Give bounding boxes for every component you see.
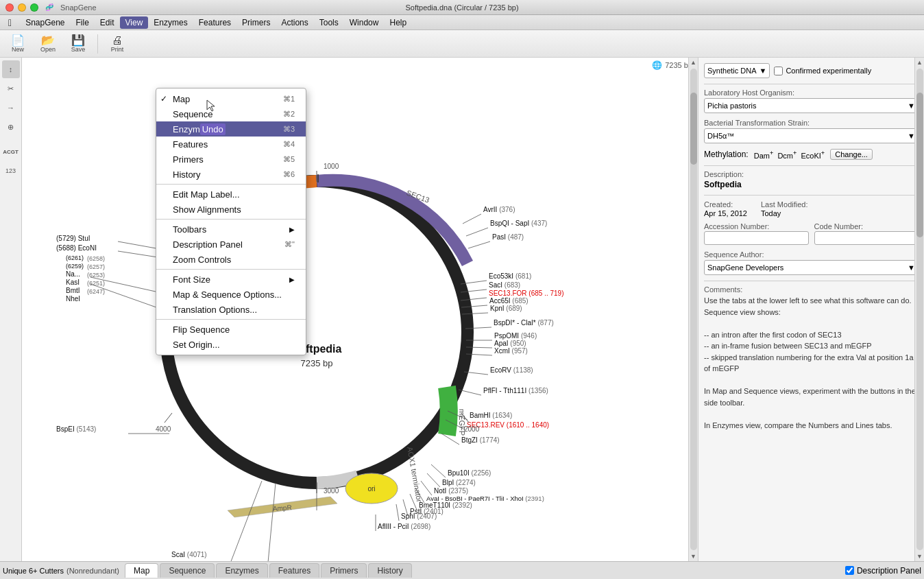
app-logo: 🧬 [45,3,53,11]
svg-line-42 [427,473,440,487]
bacterial-strain-select[interactable]: DH5α™ ▼ [704,128,919,143]
menu-map-seq-options[interactable]: Map & Sequence Options... [156,287,306,302]
menu-features-shortcut: ⌘4 [283,140,295,149]
change-button[interactable]: Change... [830,149,873,160]
confirmed-checkbox[interactable] [774,67,783,75]
svg-line-62 [223,481,262,561]
menu-set-origin[interactable]: Set Origin... [156,337,306,352]
modified-label: Last Modified: [761,200,807,209]
help-menu[interactable]: Help [384,16,412,29]
svg-text:ScaI (4071): ScaI (4071) [171,551,207,558]
enzymes-menu[interactable]: Enzymes [148,16,193,29]
svg-text:AOX1 terminator: AOX1 terminator [406,446,424,503]
tool-sequence[interactable]: ACGT [2,143,20,161]
titlebar: 🧬 SnapGene Softpedia.dna (Circular / 723… [0,0,924,15]
menu-desc-panel-shortcut: ⌘" [284,240,295,249]
description-value: Softpedia [704,180,919,189]
tools-menu[interactable]: Tools [314,16,344,29]
close-button[interactable] [5,3,14,12]
menu-sequence[interactable]: Sequence ⌘2 [156,106,306,121]
tab-features[interactable]: Features [269,563,319,578]
seq-author-select[interactable]: SnapGene Developers ▼ [704,260,919,275]
svg-text:NotI (2375): NotI (2375) [434,487,468,495]
snapgene-menu[interactable]: SnapGene [20,16,70,29]
menu-map[interactable]: ✓ Map ⌘1 [156,91,306,106]
svg-text:(6253): (6253) [87,272,105,279]
confirmed-label: Confirmed experimentally [786,67,871,75]
menu-translation-options[interactable]: Translation Options... [156,302,306,317]
new-button[interactable]: 📄 New [5,32,30,56]
desc-panel-check-row: Description Panel [845,566,921,576]
lab-host-label: Laboratory Host Organism: [704,88,919,97]
features-menu[interactable]: Features [193,16,236,29]
view-menu[interactable]: View [120,16,149,29]
svg-text:(5688) EcoNI: (5688) EcoNI [56,244,97,252]
synthetic-dna-select[interactable]: Synthetic DNA ▼ [704,63,770,78]
save-button[interactable]: 💾 Save [66,32,90,56]
svg-text:1000: 1000 [324,163,339,170]
desc-panel-label: Description Panel [857,566,921,576]
svg-line-10 [468,241,490,248]
right-panel-scrollbar[interactable]: ▲ ▼ [914,58,924,561]
apple-menu[interactable]:  [3,16,17,29]
lab-host-select[interactable]: Pichia pastoris ▼ [704,98,919,113]
minimize-button[interactable] [18,3,26,12]
edit-menu[interactable]: Edit [95,16,120,29]
menu-edit-map-label[interactable]: Edit Map Label... [156,187,306,202]
primers-menu[interactable]: Primers [236,16,276,29]
menu-description-panel[interactable]: Description Panel ⌘" [156,237,306,252]
tab-sequence[interactable]: Sequence [160,563,215,578]
description-row: Description: Softpedia [704,170,919,189]
svg-text:KasI: KasI [66,279,80,286]
svg-text:mEGFP: mEGFP [458,409,466,436]
menu-show-alignments[interactable]: Show Alignments [156,202,306,217]
print-button[interactable]: 🖨 Print [105,32,130,56]
tool-navigate[interactable]: → [2,99,20,117]
actions-menu[interactable]: Actions [276,16,313,29]
menu-flip-sequence[interactable]: Flip Sequence [156,322,306,337]
window-menu[interactable]: Window [344,16,385,29]
svg-text:BamHI (1634): BamHI (1634) [470,412,512,419]
right-scroll-up[interactable]: ▲ [915,58,924,67]
accession-input[interactable] [704,231,809,245]
svg-text:BmtI: BmtI [66,287,80,294]
svg-text:AvrII (376): AvrII (376) [483,206,515,213]
maximize-button[interactable] [30,3,38,12]
menu-history[interactable]: History ⌘6 [156,167,306,182]
accession-col: Accession Number: [704,222,809,245]
code-input[interactable] [814,231,919,245]
open-button[interactable]: 📂 Open [36,32,60,56]
tool-zoom[interactable]: ⊕ [2,118,20,136]
svg-text:(6261): (6261) [66,255,84,261]
tool-arrow[interactable]: ↕ [2,60,20,78]
tab-enzymes[interactable]: Enzymes [216,563,267,578]
menu-zoom-controls[interactable]: Zoom Controls [156,252,306,267]
svg-line-40 [431,464,446,477]
file-menu[interactable]: File [71,16,95,29]
separator-2 [156,219,306,220]
desc-panel-checkbox[interactable] [845,566,854,575]
menu-features[interactable]: Features ⌘4 [156,137,306,152]
right-panel: ▲ ▼ Synthetic DNA ▼ Confirmed experiment… [698,58,924,561]
seq-author-value: SnapGene Developers [707,263,783,272]
menu-enzymes[interactable]: EnzymUndo ⌘3 [156,121,306,137]
tab-history[interactable]: History [368,563,411,578]
methylation-label: Methylation: [704,150,749,159]
menu-toolbars[interactable]: Toolbars ▶ [156,222,306,237]
right-scroll-down[interactable]: ▼ [915,552,924,561]
svg-text:XcmI (957): XcmI (957) [494,347,528,355]
tab-map[interactable]: Map [125,563,158,578]
menu-flip-sequence-text: Flip Sequence [173,324,230,335]
menu-primers[interactable]: Primers ⌘5 [156,152,306,167]
separator-1 [156,184,306,185]
menu-font-size[interactable]: Font Size ▶ [156,272,306,287]
tool-numbers[interactable]: 123 [2,162,20,180]
nonredundant-label[interactable]: (Nonredundant) [66,567,119,575]
right-scroll-thumb[interactable] [916,93,923,237]
confirmed-row: Confirmed experimentally [774,67,871,75]
tool-select[interactable]: ✂ [2,80,20,97]
menu-map-seq-options-text: Map & Sequence Options... [173,290,282,300]
separator-3 [156,269,306,270]
right-scroll-track[interactable] [916,69,923,550]
tab-primers[interactable]: Primers [321,563,367,578]
